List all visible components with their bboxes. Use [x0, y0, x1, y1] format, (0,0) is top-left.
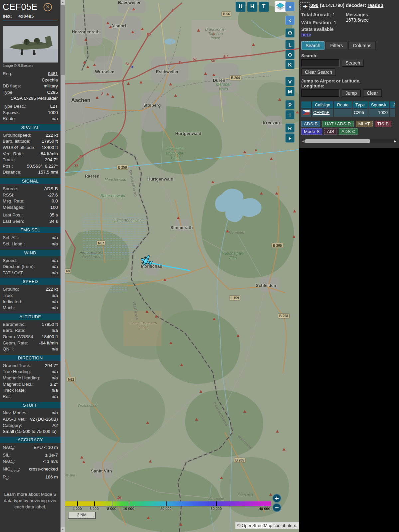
map-button-K[interactable]: K [285, 60, 295, 69]
callsign-cell[interactable]: CEF05E [312, 109, 333, 117]
filter-badge-ais[interactable]: AIS [324, 128, 337, 135]
section-header-accuracy: ACCURACY [0, 437, 61, 443]
zoom-in-button[interactable]: + [272, 494, 281, 503]
clear-search-button[interactable]: Clear Search [301, 68, 336, 76]
data-value: n/a [16, 305, 58, 311]
tab-columns[interactable]: Columns [348, 41, 375, 50]
aircraft-photo[interactable] [3, 26, 58, 63]
tab-filters[interactable]: Filters [326, 41, 347, 50]
data-row: Last Seen:34 s [3, 218, 58, 225]
expand-right-arrow-button[interactable]: > [285, 2, 295, 11]
section-header-signal: SIGNAL [0, 178, 61, 184]
zoom-out-button[interactable]: − [272, 503, 281, 512]
column-header-Callsign[interactable]: Callsign [312, 101, 333, 108]
info-value: L2T [28, 103, 58, 110]
map-button-U[interactable]: U [235, 2, 246, 12]
data-row: Ground:222 kt [3, 286, 58, 293]
attribution-suffix: contributors. [272, 523, 297, 528]
layers-button[interactable] [275, 1, 286, 12]
panel-toggle-button[interactable]: ◀▶ [300, 2, 310, 10]
map-button-R[interactable]: R [285, 123, 295, 133]
column-header-Squawk[interactable]: Squawk [368, 101, 389, 108]
map-button-L[interactable]: L [285, 40, 295, 49]
scroll-right-icon[interactable]: ▶ [394, 139, 396, 143]
map-canvas: ✈ [65, 0, 299, 532]
legend-tick-label: 8 000 [107, 507, 116, 511]
data-row: True:n/a [3, 293, 58, 299]
legend-tick [77, 501, 78, 506]
filter-badge-mlat[interactable]: MLAT [356, 121, 373, 127]
filter-badge-ads-b[interactable]: ADS-B [301, 121, 320, 127]
data-value: 18400 ft [36, 334, 58, 340]
column-header-Type[interactable]: Type [352, 101, 368, 108]
country-flag-icon [301, 109, 311, 117]
sidebar-scrollbar[interactable]: ▲ ▼ [61, 0, 65, 532]
table-header-row: CallsignRouteTypeSquawkAlt. (ft)Spd. [301, 101, 395, 108]
tower-marker-icon [80, 456, 83, 459]
data-value: 0.0 [26, 198, 58, 204]
data-row: Category:A2 [3, 423, 58, 429]
map-button-M[interactable]: M [285, 87, 295, 96]
with-position-value: 1 [334, 20, 336, 25]
map-button-O[interactable]: O [285, 50, 295, 59]
map-button-V[interactable]: V [285, 77, 295, 86]
scroll-left-icon[interactable]: ◀ [302, 139, 305, 143]
data-row: Geom. Rate:-64 ft/min [3, 340, 58, 346]
data-value: n/a [14, 293, 58, 299]
data-row: RSSI:-27.6 [3, 192, 58, 199]
map-button-I[interactable]: I [285, 110, 295, 119]
jump-button[interactable]: Jump [342, 89, 360, 97]
map-button-P[interactable]: P [285, 100, 295, 109]
data-label: Baro. altitude: [3, 138, 30, 145]
data-row: Groundspeed:222 kt [3, 132, 58, 139]
scroll-up-icon[interactable]: ▲ [61, 0, 65, 5]
map[interactable]: ✈ BaesweilerHerzogenrathAlsdorfWürselenE… [65, 0, 299, 532]
filter-badge-uat-ads-r[interactable]: UAT / ADS-R [322, 121, 353, 127]
data-row: Source:ADS-B [3, 186, 58, 192]
data-row: Nav. Modes:n/a [3, 410, 58, 416]
app-version: (3.14.1790) decoder: [319, 3, 368, 8]
data-label: Sel. Alt.: [3, 235, 19, 241]
tower-marker-icon [149, 460, 152, 463]
altitude-cell: 17950 [390, 109, 395, 117]
section-header-fms-sel: FMS SEL [0, 227, 61, 233]
stats-here-link[interactable]: here [301, 32, 311, 37]
openstreetmap-link[interactable]: OpenStreetMap [242, 523, 272, 528]
section-header-stuff: STUFF [0, 402, 61, 408]
data-row: Sel. Alt.:n/a [3, 235, 58, 241]
data-value: n/a [36, 264, 58, 270]
filter-badge-tis-b[interactable]: TIS-B [375, 121, 392, 127]
messages-label: Messages: [346, 12, 370, 17]
filter-badge-mode-s[interactable]: Mode-S [301, 128, 322, 135]
map-button-F[interactable]: F [285, 133, 295, 143]
registration-link[interactable]: 0481 [15, 71, 58, 77]
readsb-link[interactable]: readsb [367, 3, 383, 8]
data-value: 222 kt [33, 132, 58, 139]
scroll-down-icon[interactable]: ▼ [61, 527, 65, 532]
jump-clear-button[interactable]: Clear [363, 89, 381, 97]
search-input[interactable] [301, 59, 339, 66]
settings-gear-button[interactable]: ⚙ [285, 28, 295, 38]
stats-block: Total Aircraft: 1 With Position: 1 Stats… [301, 12, 397, 37]
data-label: Mach: [3, 305, 15, 311]
close-icon[interactable]: ✕ [44, 3, 52, 11]
hscroll-thumb[interactable] [305, 139, 370, 143]
data-row: QNH:n/a [3, 346, 58, 352]
map-button-H[interactable]: H [247, 2, 257, 12]
data-label: Geom. Rate: [3, 340, 28, 346]
tab-search[interactable]: Search [301, 41, 325, 50]
column-header-flag[interactable] [301, 101, 311, 108]
data-label: Category: [3, 423, 22, 429]
search-button[interactable]: Search [342, 59, 364, 66]
collapse-left-arrow-button[interactable]: < [285, 16, 295, 25]
column-header-Alt. (ft)[interactable]: Alt. (ft) [390, 101, 395, 108]
map-button-T[interactable]: T [259, 2, 269, 12]
jump-input[interactable] [301, 89, 339, 97]
column-header-Route[interactable]: Route [334, 101, 352, 108]
table-row[interactable]: CEF05EC295100017950 [301, 109, 395, 117]
callsign-link[interactable]: CEF05E [313, 110, 330, 115]
table-horizontal-scrollbar[interactable]: ◀ ▶ [301, 139, 397, 143]
filter-badge-ads-c[interactable]: ADS-C [339, 128, 358, 135]
scrollbar-thumb[interactable] [61, 5, 65, 75]
info-row: CASA C-295 Persuader [3, 95, 58, 102]
